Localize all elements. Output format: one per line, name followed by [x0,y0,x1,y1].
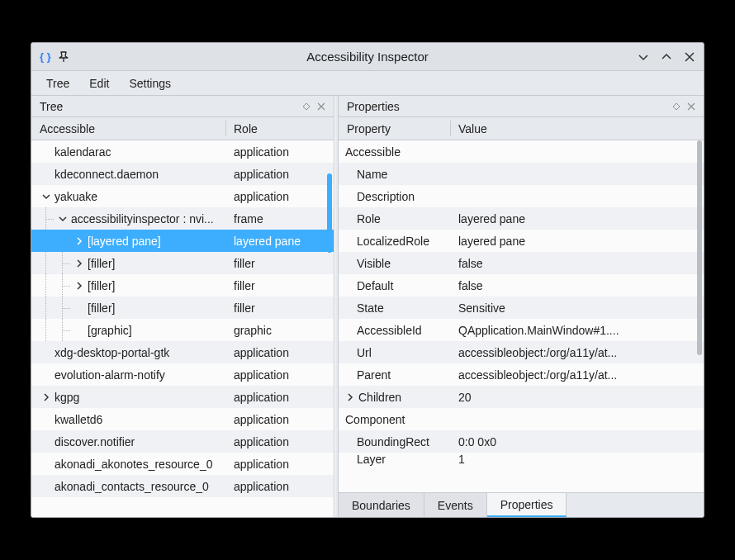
tree-row[interactable]: accessibilityinspector : nvi...frame [31,207,334,230]
tree-row[interactable]: kalendaracapplication [31,140,334,163]
tree-row[interactable]: akonadi_akonotes_resource_0application [31,453,334,475]
property-row[interactable]: BoundingRect0:0 0x0 [339,430,704,453]
dock-float-button[interactable] [669,99,684,114]
tree-column-headers[interactable]: Accessible Role [31,117,334,140]
property-row[interactable]: AccessibleIdQApplication.MainWindow#1...… [339,319,704,341]
property-row[interactable]: Rolelayered pane [339,207,704,230]
tree-item-role: layered pane [225,235,334,248]
scrollbar-thumb[interactable] [327,173,332,253]
properties-dock-title: Properties [347,100,400,113]
property-group[interactable]: Accessible [339,140,704,163]
col-accessible[interactable]: Accessible [31,122,225,135]
chevron-down-icon[interactable] [56,212,69,225]
tree-row[interactable]: yakuakeapplication [31,185,334,207]
property-row[interactable]: Urlaccessibleobject:/org/a11y/at... [339,341,704,363]
tree-item-role: frame [225,212,334,225]
col-resize-handle[interactable] [225,121,226,136]
tree-item-name: [layered pane] [88,235,161,248]
property-row[interactable]: Parentaccessibleobject:/org/a11y/at... [339,363,704,386]
menu-settings[interactable]: Settings [121,74,179,93]
property-value: layered pane [450,212,704,225]
property-row[interactable]: Defaultfalse [339,274,704,297]
property-row[interactable]: Children20 [339,386,704,408]
tree-body[interactable]: kalendaracapplicationkdeconnect.daemonap… [31,140,334,517]
property-group[interactable]: Component [339,408,704,430]
property-row[interactable]: LocalizedRolelayered pane [339,230,704,252]
chevron-down-icon[interactable] [40,190,53,203]
chevron-right-icon[interactable] [73,279,86,292]
tree-item-role: application [225,435,334,448]
chevron-right-icon[interactable] [40,391,53,404]
tree-item-name: [graphic] [88,324,132,337]
properties-body[interactable]: AccessibleNameDescriptionRolelayered pan… [339,140,704,492]
property-name: LocalizedRole [357,235,429,248]
property-value: false [450,257,704,270]
minimize-button[interactable] [638,51,649,63]
tree-item-role: filler [225,279,334,292]
maximize-button[interactable] [661,51,672,63]
tree-item-name: [filler] [88,301,115,315]
col-role[interactable]: Role [225,122,334,135]
tab-properties[interactable]: Properties [487,493,567,517]
property-name: Name [357,168,387,181]
panes: Tree Accessible Role kalendaracapplicati… [31,96,704,517]
dock-close-button[interactable] [314,99,329,114]
tree-spacer [40,480,53,493]
menu-tree[interactable]: Tree [38,74,78,93]
tab-events[interactable]: Events [424,493,487,517]
properties-tabbar: Boundaries Events Properties [339,492,704,517]
tree-spacer [73,324,86,337]
col-value[interactable]: Value [450,122,704,135]
tree-item-name: kgpg [55,391,79,404]
property-row[interactable]: Name [339,163,704,185]
chevron-right-icon[interactable] [73,257,86,270]
tree-row[interactable]: kdeconnect.daemonapplication [31,163,334,185]
col-property[interactable]: Property [339,122,450,135]
chevron-right-icon[interactable] [344,391,357,404]
property-row[interactable]: Description [339,185,704,207]
scrollbar-thumb[interactable] [697,140,702,355]
tree-item-name: [filler] [88,257,115,270]
tree-row[interactable]: [filler]filler [31,252,334,274]
tree-item-role: filler [225,257,334,270]
titlebar[interactable]: { } Accessibility Inspector [31,43,704,71]
tree-row[interactable]: evolution-alarm-notifyapplication [31,363,334,386]
chevron-right-icon[interactable] [73,235,86,248]
tree-spacer [40,368,53,382]
tree-row[interactable]: [filler]filler [31,274,334,297]
tree-row[interactable]: [graphic]graphic [31,319,334,341]
menu-edit[interactable]: Edit [81,74,117,93]
properties-column-headers[interactable]: Property Value [339,117,704,140]
property-value: Sensitive [450,301,704,315]
property-value: QApplication.MainWindow#1.... [450,324,704,337]
tree-dock-title: Tree [40,100,63,113]
dock-close-button[interactable] [684,99,699,114]
property-name: Url [357,346,372,359]
tree-item-role: application [225,391,334,404]
pin-icon[interactable] [58,51,69,63]
tree-dock-header: Tree [31,96,334,117]
property-row[interactable]: Visiblefalse [339,252,704,274]
tree-row[interactable]: discover.notifierapplication [31,430,334,453]
dock-float-button[interactable] [299,99,314,114]
tree-row[interactable]: kwalletd6application [31,408,334,430]
tree-row[interactable]: [layered pane]layered pane [31,230,334,252]
tree-row[interactable]: akonadi_contacts_resource_0application [31,475,334,497]
tree-item-role: application [225,480,334,493]
tree-row[interactable]: xdg-desktop-portal-gtkapplication [31,341,334,363]
col-resize-handle[interactable] [450,121,451,136]
app-icon: { } [40,50,51,63]
tab-boundaries[interactable]: Boundaries [339,493,424,517]
close-button[interactable] [684,51,695,63]
tree-row[interactable]: kgpgapplication [31,386,334,408]
property-value: false [450,279,704,292]
tree-item-role: application [225,413,334,426]
tree-row[interactable]: [filler]filler [31,297,334,319]
property-row[interactable]: Layer1 [339,453,704,466]
properties-pane: Properties Property Value AccessibleName… [339,96,704,517]
property-name: Layer [357,453,386,466]
property-row[interactable]: StateSensitive [339,297,704,319]
property-name: Description [357,190,415,203]
tree-spacer [40,346,53,359]
tree-item-role: application [225,458,334,471]
